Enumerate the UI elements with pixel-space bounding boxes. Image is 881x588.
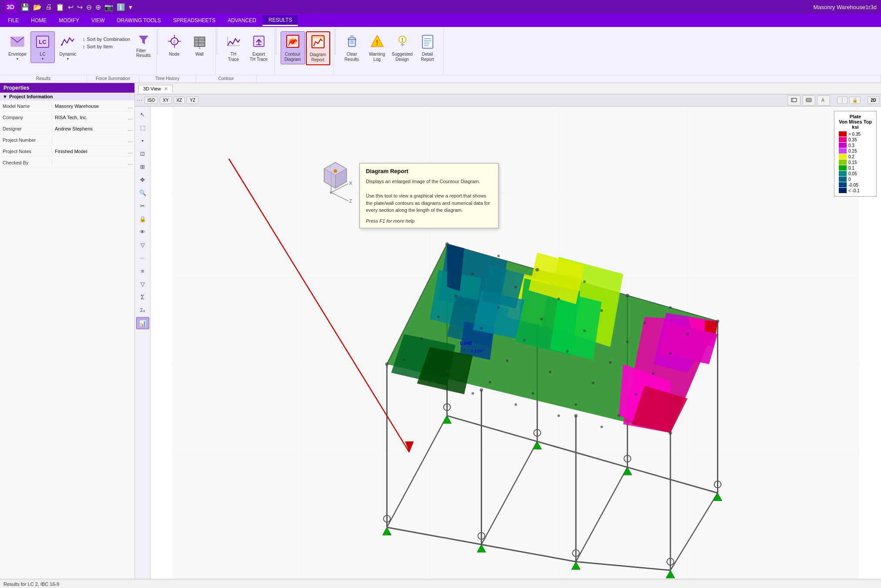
model-name-dots[interactable]: ... [126,103,134,110]
svg-point-3 [61,44,63,46]
dots-button[interactable]: ··· [136,252,149,264]
envelope-button[interactable]: Envelope ▾ [5,31,30,63]
lock-view-button[interactable]: 🔒 [849,97,861,104]
project-number-value[interactable] [52,139,126,141]
menu-results[interactable]: RESULTS [262,15,298,26]
svg-point-129 [506,360,509,362]
print-icon[interactable]: 🖨 [44,2,53,12]
3d-view-tab[interactable]: 3D View ✕ [138,85,173,93]
svg-point-138 [617,414,620,417]
list-button[interactable]: ≡ [136,265,149,277]
th-trace-button[interactable]: THTrace [221,31,246,64]
lc-dropdown[interactable]: ▾ [42,57,44,61]
envelope-label: Envelope [8,52,27,57]
contour-diagram-button[interactable]: ContourDiagram [281,31,305,64]
status-text: Results for LC 2, IBC 16-9 [3,581,59,587]
project-notes-value[interactable]: Finished Model [52,147,126,155]
filter-side-button[interactable]: ▽ [136,239,149,251]
info-icon[interactable]: ℹ️ [116,2,126,12]
company-value[interactable]: RISA Tech, Inc. [52,114,126,121]
clear-results-button[interactable]: ClearResults [340,31,364,64]
minus-icon[interactable]: ⊖ [85,2,93,12]
save-icon[interactable]: 💾 [20,2,30,12]
menu-modify[interactable]: MODIFY [53,16,85,25]
model-name-label: Model Name [0,102,52,110]
node-view-button[interactable]: ⊞ [136,160,149,173]
redo-icon[interactable]: ↪ [76,2,84,12]
cut-button[interactable]: ✂ [136,200,149,212]
project-number-dots[interactable]: ... [126,137,134,144]
checked-by-value[interactable] [52,161,126,164]
camera-icon[interactable]: 📷 [104,2,114,12]
project-notes-dots[interactable]: ... [126,148,134,155]
project-information-header[interactable]: ▼ Project Information [0,93,134,100]
yz-button[interactable]: YZ [187,97,198,104]
plus-icon[interactable]: ⊕ [94,2,102,12]
iso-button[interactable]: ISO [144,97,158,104]
menu-advanced[interactable]: ADVANCED [221,16,262,25]
menu-file[interactable]: FILE [2,16,25,25]
svg-text:0.1187: 0.1187 [471,348,484,353]
svg-point-141 [472,392,474,395]
zoom-button[interactable]: 🔍 [136,187,149,199]
export-th-button[interactable]: ExportTH Trace [247,31,271,64]
svg-text:!: ! [376,39,378,47]
svg-text:A: A [821,98,824,103]
filter2-button[interactable]: ▽ [136,278,149,290]
view-tab-close[interactable]: ✕ [164,86,168,91]
diagram-report-button[interactable]: DiagramReport [306,31,330,65]
legend-color-8 [839,177,847,182]
cursor-button[interactable]: ↖ [136,108,149,120]
warning-log-button[interactable]: ! WarningLog [365,31,389,64]
text-button[interactable]: A [817,95,830,106]
svg-point-113 [643,322,646,324]
wire-view-button[interactable]: ⊡ [136,147,149,160]
model-name-value[interactable]: Masonry Warehouse [52,102,126,110]
open-icon[interactable]: 📂 [32,2,43,12]
filter-label: FilterResults [136,48,151,58]
eye-visibility-button[interactable]: 👁 [136,226,149,238]
wall-button[interactable]: Σ Wall [188,31,212,63]
designer-value[interactable]: Andrew Stephens [52,125,126,133]
dynamic-button[interactable]: Dynamic ▾ [56,31,80,63]
menu-drawing-tools[interactable]: DRAWING TOOLS [111,16,167,25]
lock-button[interactable]: 🔒 [136,213,149,225]
menu-spreadsheets[interactable]: SPREADSHEETS [167,16,221,25]
svg-point-140 [429,380,431,383]
xy-button[interactable]: XY [160,97,171,104]
svg-point-102 [446,242,449,246]
menu-view[interactable]: VIEW [85,16,111,25]
more-options-button[interactable]: ⋮ [837,97,848,104]
move-button[interactable]: ✥ [136,174,149,186]
undo-icon[interactable]: ↩ [67,2,74,12]
designer-dots[interactable]: ... [126,125,134,132]
rect-select-button[interactable]: ⬚ [136,121,149,134]
filter-results-button[interactable]: FilterResults [134,31,152,60]
dynamic-dropdown[interactable]: ▾ [67,57,69,61]
node-button[interactable]: Σ Node [162,31,187,63]
legend-color-1 [839,137,847,142]
menu-home[interactable]: HOME [25,16,53,25]
envelope-dropdown[interactable]: ▾ [17,57,18,61]
legend-row-1: 0.35 [839,137,872,142]
ribbon-labels: Results Force Summation Time History Con… [0,75,881,83]
display-options-button[interactable] [787,95,801,106]
chart-side-button[interactable]: 📊 [136,317,149,329]
checked-by-dots[interactable]: ... [126,159,134,166]
canvas-area[interactable]: X Z Y 0.048 0.1187 [151,107,881,579]
sort-item-button[interactable]: ↕ Sort by Item [81,43,132,50]
company-dots[interactable]: ... [126,114,134,121]
copy-icon[interactable]: 📋 [55,2,65,12]
solid-view-button[interactable]: ▪ [136,134,149,147]
lc-button[interactable]: LC LC ▾ [30,31,55,63]
chevron-icon[interactable]: ▾ [128,2,133,12]
sigma-button[interactable]: Σ [136,291,149,303]
xz-button[interactable]: XZ [174,97,185,104]
sigma2-button[interactable]: Σ₂ [136,304,149,316]
svg-point-126 [652,372,654,375]
detail-report-button[interactable]: DetailReport [415,31,440,64]
2d-toggle[interactable]: 2D [868,97,879,104]
sort-combination-button[interactable]: ↕ Sort by Combination [81,36,132,43]
suggested-design-button[interactable]: SuggestedDesign [390,31,415,64]
render-button[interactable] [802,95,815,106]
